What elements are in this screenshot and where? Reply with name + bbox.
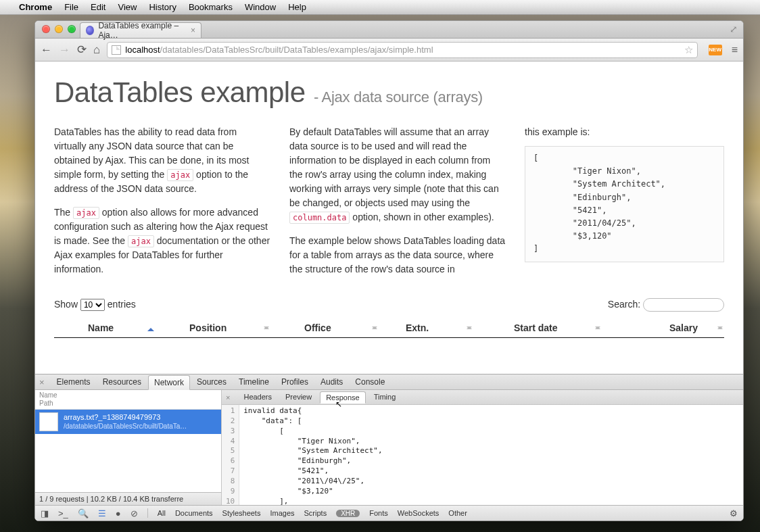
menu-view[interactable]: View — [118, 2, 137, 12]
code-ajax: ajax — [73, 207, 99, 219]
address-bar[interactable]: localhost/datatables/DataTablesSrc/built… — [107, 42, 697, 58]
detail-tab-timing[interactable]: Timing — [369, 391, 402, 403]
tab-title: DataTables example – Aja… — [98, 21, 187, 40]
network-summary: 1 / 9 requests | 10.2 KB / 10.4 KB trans… — [35, 492, 221, 505]
request-path: /datatables/DataTablesSrc/built/DataTa… — [64, 422, 187, 431]
new-badge-icon[interactable]: NEW — [709, 45, 722, 55]
filter-other[interactable]: Other — [448, 509, 467, 517]
page-title: DataTables example — [54, 76, 306, 108]
close-window-button[interactable] — [42, 25, 50, 33]
record-icon[interactable]: ● — [116, 508, 121, 518]
line-number-gutter: 1 2 3 4 5 6 7 8 9 10 11 12 13 — [222, 405, 239, 505]
home-button[interactable]: ⌂ — [93, 43, 100, 57]
page-icon — [112, 45, 121, 55]
intro-column-3: this example is: [ "Tiger Nixon", "Syste… — [525, 125, 724, 276]
zoom-window-button[interactable] — [68, 25, 76, 33]
menu-history[interactable]: History — [149, 2, 176, 12]
table-header: Name Position Office Extn. Start date Sa… — [54, 318, 724, 338]
intro-column-1: DataTables has the ability to read data … — [54, 125, 270, 276]
close-detail-icon[interactable]: × — [226, 393, 230, 402]
back-button[interactable]: ← — [41, 43, 52, 57]
menubar-app-name[interactable]: Chrome — [19, 2, 52, 12]
th-extn[interactable]: Extn. — [379, 322, 473, 333]
filter-icon[interactable]: ☰ — [98, 508, 106, 518]
close-tab-button[interactable]: × — [191, 26, 195, 35]
intro-column-2: By default DataTables will assume that a… — [289, 125, 506, 276]
devtools-close-icon[interactable]: × — [39, 377, 45, 387]
search-control: Search: — [608, 298, 724, 312]
favicon-icon — [86, 26, 94, 35]
devtools-tab-timeline[interactable]: Timeline — [233, 375, 275, 389]
response-body[interactable]: invalid data{ "data": [ [ "Tiger Nixon",… — [239, 405, 386, 505]
devtools-tab-resources[interactable]: Resources — [97, 375, 147, 389]
th-name[interactable]: Name — [54, 322, 156, 333]
menu-file[interactable]: File — [64, 2, 78, 12]
filter-images[interactable]: Images — [270, 509, 294, 517]
settings-gear-icon[interactable]: ⚙ — [730, 508, 738, 518]
filter-stylesheets[interactable]: Stylesheets — [222, 509, 261, 517]
filter-scripts[interactable]: Scripts — [304, 509, 327, 517]
browser-tab[interactable]: DataTables example – Aja… × — [80, 22, 201, 38]
filter-websockets[interactable]: WebSockets — [398, 509, 440, 517]
filter-documents[interactable]: Documents — [175, 509, 213, 517]
devtools-bottom-toolbar: ◨ >_ 🔍 ☰ ● ⊘ AllDocumentsStylesheetsImag… — [35, 505, 743, 521]
fullscreen-icon[interactable]: ⤢ — [730, 24, 738, 34]
console-icon[interactable]: >_ — [58, 508, 68, 518]
th-position[interactable]: Position — [156, 322, 270, 333]
network-request-row[interactable]: arrays.txt?_=1388749479973 /datatables/D… — [35, 410, 221, 434]
col-path-label: Path — [39, 400, 217, 408]
th-salary[interactable]: Salary — [602, 322, 724, 333]
menu-window[interactable]: Window — [245, 2, 276, 12]
dock-icon[interactable]: ◨ — [41, 508, 49, 518]
browser-tabstrip: DataTables example – Aja… × ⤢ — [35, 21, 743, 39]
code-column-data: column.data — [289, 212, 350, 224]
clear-icon[interactable]: ⊘ — [130, 508, 138, 518]
length-control: Show 10 entries — [54, 299, 136, 311]
chrome-menu-icon[interactable]: ≡ — [732, 44, 738, 56]
macos-menubar: Chrome File Edit View History Bookmarks … — [0, 0, 760, 15]
th-startdate[interactable]: Start date — [473, 322, 602, 333]
window-controls — [42, 25, 76, 33]
bookmark-star-icon[interactable]: ☆ — [684, 44, 693, 56]
search-icon[interactable]: 🔍 — [78, 508, 89, 518]
menu-bookmarks[interactable]: Bookmarks — [189, 2, 233, 12]
code-ajax: ajax — [128, 235, 154, 247]
browser-window: DataTables example – Aja… × ⤢ ← → ⟳ ⌂ lo… — [34, 20, 744, 521]
network-detail-tabs: × HeadersPreviewResponseTiming ↖ — [222, 390, 743, 405]
detail-tab-headers[interactable]: Headers — [238, 391, 277, 403]
devtools-tabs: × ElementsResourcesNetworkSourcesTimelin… — [35, 374, 743, 390]
reload-button[interactable]: ⟳ — [77, 43, 87, 57]
page-subtitle: - Ajax data source (arrays) — [314, 89, 483, 105]
detail-tab-preview[interactable]: Preview — [280, 391, 317, 403]
filter-all[interactable]: All — [158, 509, 166, 517]
minimize-window-button[interactable] — [55, 25, 63, 33]
devtools-tab-console[interactable]: Console — [350, 375, 390, 389]
browser-toolbar: ← → ⟳ ⌂ localhost/datatables/DataTablesS… — [35, 39, 743, 62]
request-name: arrays.txt?_=1388749479973 — [64, 413, 187, 422]
file-icon — [39, 412, 58, 431]
length-select[interactable]: 10 — [80, 299, 105, 311]
url-path: /datatables/DataTablesSrc/built/DataTabl… — [160, 45, 433, 55]
devtools-tab-profiles[interactable]: Profiles — [276, 375, 314, 389]
detail-tab-response[interactable]: Response — [320, 391, 366, 404]
forward-button: → — [59, 43, 70, 57]
filter-fonts[interactable]: Fonts — [369, 509, 388, 517]
menu-help[interactable]: Help — [288, 2, 306, 12]
devtools-panel: × ElementsResourcesNetworkSourcesTimelin… — [35, 374, 743, 521]
col-name-label: Name — [39, 391, 217, 400]
devtools-tab-elements[interactable]: Elements — [51, 375, 96, 389]
devtools-tab-network[interactable]: Network — [148, 375, 190, 390]
sample-data-box: [ "Tiger Nixon", "System Architect", "Ed… — [525, 146, 724, 262]
th-office[interactable]: Office — [270, 322, 379, 333]
devtools-tab-audits[interactable]: Audits — [315, 375, 348, 389]
menu-edit[interactable]: Edit — [91, 2, 105, 12]
network-request-list: Name Path arrays.txt?_=1388749479973 /da… — [35, 390, 222, 505]
devtools-tab-sources[interactable]: Sources — [191, 375, 232, 389]
search-input[interactable] — [643, 298, 724, 312]
network-detail: × HeadersPreviewResponseTiming ↖ 1 2 3 4… — [222, 390, 743, 505]
code-ajax: ajax — [167, 169, 193, 181]
url-host: localhost — [125, 45, 160, 55]
filter-xhr[interactable]: XHR — [336, 510, 360, 517]
